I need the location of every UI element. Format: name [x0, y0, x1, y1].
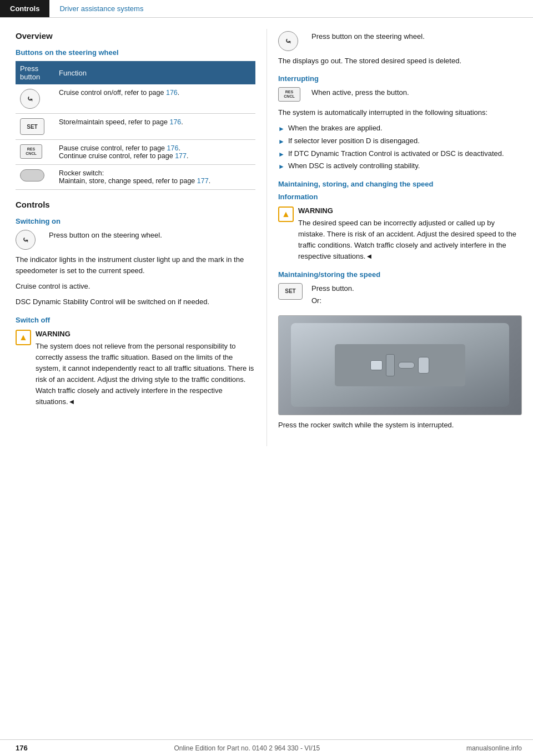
switching-on-p3: DSC Dynamic Stability Control will be sw…: [16, 296, 255, 308]
switching-on-icon-wrap: ⤿: [16, 230, 42, 250]
list-item: ► When DSC is actively controlling stabi…: [278, 160, 522, 172]
switch-off-press-text: Press button on the steering wheel.: [311, 31, 425, 42]
set-press-content: Press button. Or:: [311, 283, 354, 311]
page-footer: 176 Online Edition for Part no. 0140 2 9…: [0, 739, 533, 756]
switching-on-p2: Cruise control is active.: [16, 281, 255, 292]
bullet-text: If DTC Dynamic Traction Control is activ…: [288, 148, 504, 159]
set-press-row: SET Press button. Or:: [278, 283, 522, 311]
buttons-table: Press button Function ⤿ Cruise control o…: [16, 61, 255, 190]
controls-title: Controls: [16, 200, 255, 209]
bullet-arrow-icon: ►: [278, 162, 285, 172]
switch-off-subtitle: Switch off: [16, 316, 255, 324]
table-col2-header: Function: [54, 61, 255, 84]
header-controls-label: Controls: [10, 4, 39, 13]
warning-icon: ▲: [16, 330, 31, 345]
bullet-text: When the brakes are applied.: [288, 123, 383, 134]
maintaining-warning-box: ▲ WARNING The desired speed can be incor…: [278, 205, 522, 263]
switching-on-subtitle: Switching on: [16, 217, 255, 225]
car-rocker-visual: [398, 362, 415, 369]
link-177-2[interactable]: 177: [197, 177, 209, 185]
table-col1-header: Press button: [16, 61, 54, 84]
rocker-function-text: Rocker switch: Maintain, store, change s…: [54, 165, 255, 190]
right-column: ⤿ Press button on the steering wheel. Th…: [266, 29, 533, 446]
set-icon-wrap: SET: [278, 283, 305, 300]
set-maintaining-icon: SET: [278, 283, 303, 300]
steering-wheel-image: [278, 315, 522, 415]
switching-on-p1: The indicator lights in the instrument c…: [16, 254, 255, 276]
car-image-detail: [335, 344, 466, 386]
list-item: ► If selector lever position D is diseng…: [278, 135, 522, 147]
switch-off-icon-wrap: ⤿: [278, 31, 305, 51]
maintaining-subtitle: Maintaining, storing, and changing the s…: [278, 180, 522, 188]
maintaining-warning-text: The desired speed can be incorrectly adj…: [298, 219, 516, 260]
list-item: ► If DTC Dynamic Traction Control is act…: [278, 148, 522, 160]
information-label: Information: [278, 193, 522, 201]
rocker-button-icon: [20, 169, 44, 182]
header-tab-controls[interactable]: Controls: [0, 0, 49, 17]
switch-off-result-text: The displays go out. The stored desired …: [278, 56, 522, 67]
interrupting-res-cncl-icon: RES CNCL: [278, 87, 300, 102]
list-item: ► When the brakes are applied.: [278, 123, 522, 134]
table-row: Rocker switch: Maintain, store, change s…: [16, 165, 255, 190]
interrupting-result-text: The system is automatically interrupted …: [278, 107, 522, 118]
online-edition-text: Online Edition for Part no. 0140 2 964 3…: [174, 744, 320, 752]
link-176-1[interactable]: 176: [166, 89, 178, 97]
image-caption: Press the rocker switch while the system…: [278, 420, 522, 431]
res-cncl-button-icon: RES CNCL: [20, 144, 42, 159]
car-image-inner: [291, 323, 509, 407]
set-or-text: Or:: [311, 295, 354, 306]
bullet-text: If selector lever position D is disengag…: [288, 135, 420, 147]
maintaining-warning-icon: ▲: [278, 206, 294, 222]
interrupting-icon-wrap: RES CNCL: [278, 87, 305, 102]
interrupting-action-text: When active, press the button.: [311, 87, 409, 98]
switch-off-warning-content: WARNING The system does not relieve from…: [36, 329, 255, 408]
switch-off-cruise-icon: ⤿: [278, 31, 298, 51]
switching-on-press-text: Press button on the steering wheel.: [49, 230, 162, 241]
set-press-text: Press button.: [311, 283, 354, 294]
maintaining-storing-subtitle: Maintaining/storing the speed: [278, 270, 522, 279]
page-header: Controls Driver assistance systems: [0, 0, 533, 18]
car-detail-part2: [418, 357, 429, 374]
overview-title: Overview: [16, 31, 255, 41]
res-cncl-function-text: Pause cruise control, refer to page 176.…: [54, 140, 255, 165]
switch-off-press-row: ⤿ Press button on the steering wheel.: [278, 31, 522, 51]
bullet-arrow-icon: ►: [278, 124, 285, 134]
link-176-2[interactable]: 176: [169, 118, 181, 126]
source-text: manualsonline.info: [466, 744, 522, 752]
buttons-subtitle: Buttons on the steering wheel: [16, 48, 255, 57]
interrupting-bullet-list: ► When the brakes are applied. ► If sele…: [278, 123, 522, 172]
switch-off-warning-title: WARNING: [36, 329, 255, 340]
car-button-visual: [370, 360, 383, 370]
page-number: 176: [16, 744, 28, 752]
interrupting-press-row: RES CNCL When active, press the button.: [278, 87, 522, 103]
table-row: RES CNCL Pause cruise control, refer to …: [16, 140, 255, 165]
link-176-3[interactable]: 176: [167, 144, 179, 152]
table-row: ⤿ Cruise control on/off, refer to page 1…: [16, 84, 255, 114]
maintaining-warning-title: WARNING: [298, 205, 522, 216]
bullet-arrow-icon: ►: [278, 137, 285, 147]
cruise-function-text: Cruise control on/off, refer to page 176…: [54, 84, 255, 114]
left-column: Overview Buttons on the steering wheel P…: [0, 29, 266, 446]
header-driver-label: Driver assistance systems: [59, 4, 143, 13]
maintaining-warning-content: WARNING The desired speed can be incorre…: [298, 205, 522, 263]
switch-off-warning-box: ▲ WARNING The system does not relieve fr…: [16, 329, 255, 408]
interrupting-subtitle: Interrupting: [278, 74, 522, 83]
switch-off-warning-text: The system does not relieve from the per…: [36, 342, 254, 406]
cruise-on-off-button-icon: ⤿: [20, 89, 40, 109]
car-detail-part: [386, 354, 395, 376]
header-tab-driver[interactable]: Driver assistance systems: [49, 0, 153, 17]
bullet-arrow-icon: ►: [278, 149, 285, 160]
main-content: Overview Buttons on the steering wheel P…: [0, 18, 533, 446]
switching-on-press-row: ⤿ Press button on the steering wheel.: [16, 230, 255, 250]
set-function-text: Store/maintain speed, refer to page 176.: [54, 114, 255, 140]
switching-on-cruise-icon: ⤿: [16, 230, 36, 250]
link-177-1[interactable]: 177: [175, 152, 187, 160]
set-button-icon: SET: [20, 118, 44, 135]
bullet-text: When DSC is actively controlling stabili…: [288, 160, 420, 172]
table-row: SET Store/maintain speed, refer to page …: [16, 114, 255, 140]
